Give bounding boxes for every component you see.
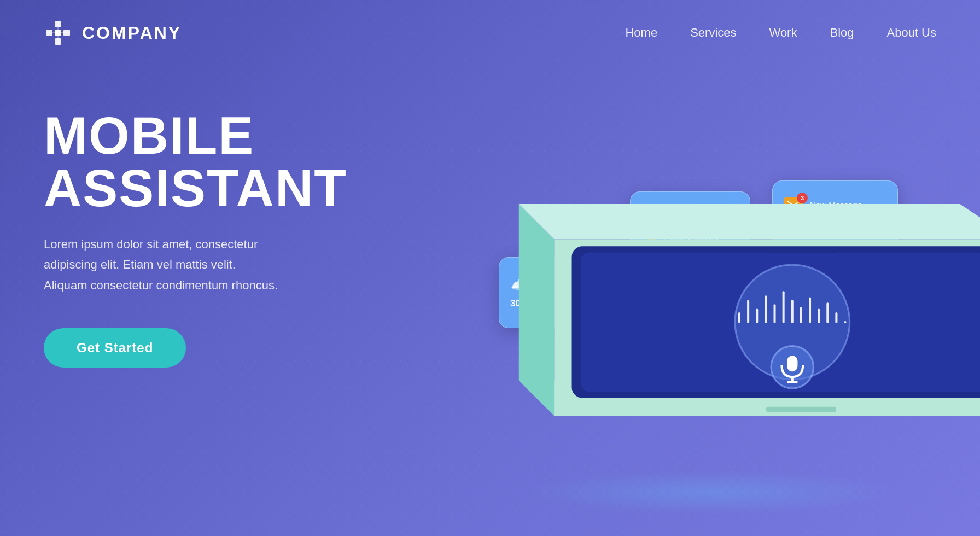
hero-description: Lorem ipsum dolor sit amet, consectetur … — [44, 234, 350, 295]
logo-icon — [44, 19, 72, 47]
navbar: COMPANY Home Services Work Blog About Us — [0, 0, 980, 66]
nav-item-home[interactable]: Home — [625, 26, 657, 40]
logo: COMPANY — [44, 19, 182, 47]
svg-rect-33 — [787, 356, 797, 371]
nav-item-about[interactable]: About Us — [887, 26, 937, 40]
hero-title: MOBILE ASSISTANT — [44, 109, 350, 214]
hero-content: MOBILE ASSISTANT Lorem ipsum dolor sit a… — [44, 109, 350, 368]
get-started-button[interactable]: Get Started — [44, 328, 186, 368]
nav-item-services[interactable]: Services — [690, 26, 736, 40]
svg-rect-38 — [766, 407, 836, 412]
phone-illustration — [466, 44, 980, 514]
phone-scene: 07:00 Good Morning — [466, 44, 980, 514]
nav-links: Home Services Work Blog About Us — [625, 26, 936, 40]
nav-item-blog[interactable]: Blog — [830, 26, 854, 40]
nav-item-work[interactable]: Work — [769, 26, 797, 40]
svg-rect-39 — [766, 248, 836, 254]
logo-text: COMPANY — [82, 23, 182, 43]
